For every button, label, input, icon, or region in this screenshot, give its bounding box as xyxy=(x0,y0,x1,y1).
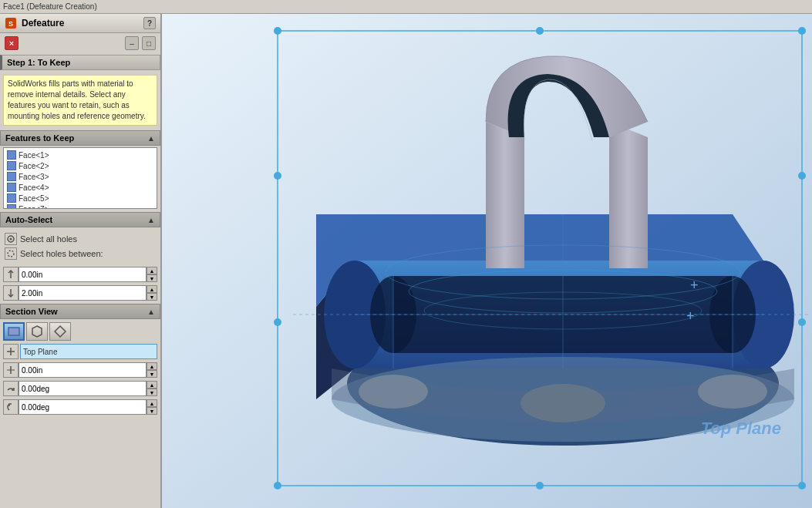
min-value-spinner: ▲ ▼ xyxy=(147,267,157,282)
features-list: Face<1> Face<2> Face<3> Face<4> Face<5> xyxy=(3,147,157,209)
section-view-header[interactable]: Section View ▲ xyxy=(0,304,160,319)
select-holes-between-icon[interactable] xyxy=(5,247,17,260)
svg-point-19 xyxy=(798,482,806,489)
section-offset-icon xyxy=(3,362,19,378)
rotation1-icon xyxy=(3,381,19,396)
sv-button-diamond[interactable] xyxy=(49,322,71,341)
rotation2-icon xyxy=(3,399,19,415)
svg-point-40 xyxy=(521,384,605,422)
svg-marker-9 xyxy=(55,326,66,337)
rotation2-row: ▲ ▼ xyxy=(3,399,157,415)
panel-header: S Defeature ? xyxy=(0,14,160,33)
features-to-keep-header[interactable]: Features to Keep ▲ xyxy=(0,130,160,146)
max-spin-up[interactable]: ▲ xyxy=(147,285,157,293)
svg-point-4 xyxy=(8,251,14,257)
panel-title: Defeature xyxy=(22,18,64,29)
holes-between-icon xyxy=(6,249,15,258)
min-spin-down[interactable]: ▼ xyxy=(147,274,157,282)
section-view-buttons xyxy=(3,322,157,341)
auto-select-collapse-icon: ▲ xyxy=(147,216,155,224)
info-box: SolidWorks fills parts with material to … xyxy=(3,75,157,126)
close-button[interactable]: × xyxy=(5,36,19,50)
svg-point-18 xyxy=(274,482,281,489)
section-offset-input[interactable] xyxy=(19,362,147,378)
svg-point-20 xyxy=(274,172,281,180)
section-offset-row: ▲ ▼ xyxy=(3,362,157,378)
toolbar: Face1 (Defeature Creation) xyxy=(0,0,812,14)
main-content: S Defeature ? × – □ Step 1: To Keep Soli… xyxy=(0,14,812,508)
section-offset-spinner: ▲ ▼ xyxy=(147,362,157,378)
list-item[interactable]: Face<2> xyxy=(5,160,155,171)
face-icon xyxy=(7,183,16,192)
svg-rect-7 xyxy=(8,328,19,335)
arrow-down-icon xyxy=(5,288,16,298)
list-item[interactable]: Face<5> xyxy=(5,193,155,204)
max-value-icon xyxy=(3,285,19,301)
svg-marker-8 xyxy=(32,326,42,337)
diamond-section-icon xyxy=(53,325,67,338)
min-spin-up[interactable]: ▲ xyxy=(147,267,157,274)
rot1-spin-up[interactable]: ▲ xyxy=(147,381,157,389)
max-value-spinner: ▲ ▼ xyxy=(147,285,157,301)
svg-point-22 xyxy=(536,27,544,35)
square-section-icon xyxy=(7,325,21,338)
offset-spin-down[interactable]: ▼ xyxy=(147,370,157,378)
list-item[interactable]: Face<3> xyxy=(5,171,155,182)
list-item[interactable]: Face<7> xyxy=(5,204,155,209)
svg-point-38 xyxy=(359,375,428,409)
auto-select-header[interactable]: Auto-Select ▲ xyxy=(0,212,160,227)
list-item[interactable]: Face<1> xyxy=(5,150,155,160)
plane-icon xyxy=(3,344,19,359)
face-icon xyxy=(7,193,16,203)
plane-input[interactable] xyxy=(20,344,157,359)
panel-title-group: S Defeature xyxy=(5,17,64,29)
select-holes-between-label: Select holes between: xyxy=(20,249,103,258)
section-view-collapse-icon: ▲ xyxy=(147,308,155,316)
step-label: Step 1: To Keep xyxy=(0,55,160,70)
arrow-up-icon xyxy=(5,269,16,280)
toolbar-text: Face1 (Defeature Creation) xyxy=(3,2,97,11)
min-input-row: ▲ ▼ xyxy=(3,267,157,282)
plane-selector-row xyxy=(3,344,157,359)
solidworks-icon: S xyxy=(5,17,17,29)
sv-button-hex[interactable] xyxy=(26,322,48,341)
min-value-input[interactable] xyxy=(19,267,147,282)
rotation1-spinner: ▲ ▼ xyxy=(147,381,157,396)
svg-point-39 xyxy=(698,375,767,409)
offset-icon xyxy=(5,365,16,375)
hex-section-icon xyxy=(30,325,44,338)
face-icon xyxy=(7,204,16,209)
sv-button-square[interactable] xyxy=(3,322,25,341)
minimize-button[interactable]: – xyxy=(125,36,139,50)
svg-point-23 xyxy=(536,482,544,489)
restore-button[interactable]: □ xyxy=(142,36,156,50)
rotation2-spinner: ▲ ▼ xyxy=(147,399,157,415)
3d-viewport[interactable]: + + xyxy=(162,14,812,508)
rotation1-input[interactable] xyxy=(19,381,147,396)
svg-point-21 xyxy=(274,318,281,326)
rotation2-icon-svg xyxy=(5,402,16,412)
face-icon xyxy=(7,150,16,160)
max-spin-down[interactable]: ▼ xyxy=(147,293,157,301)
rotation1-row: ▲ ▼ xyxy=(3,381,157,396)
max-value-input[interactable] xyxy=(19,285,147,301)
help-button[interactable]: ? xyxy=(143,17,156,29)
offset-spin-up[interactable]: ▲ xyxy=(147,362,157,370)
3d-scene-svg: + + xyxy=(162,14,812,508)
features-collapse-icon: ▲ xyxy=(147,134,155,143)
rot1-spin-down[interactable]: ▼ xyxy=(147,389,157,396)
rot2-spin-down[interactable]: ▼ xyxy=(147,407,157,415)
select-all-holes-icon[interactable] xyxy=(5,233,17,245)
list-item[interactable]: Face<4> xyxy=(5,182,155,193)
holes-icon xyxy=(6,234,15,244)
max-input-row: ▲ ▼ xyxy=(3,285,157,301)
rotation2-input[interactable] xyxy=(19,399,147,415)
select-holes-between-row: Select holes between: xyxy=(5,247,156,260)
face-icon xyxy=(7,161,16,170)
svg-text:+: + xyxy=(686,308,695,324)
plane-geometry-icon xyxy=(5,346,16,357)
select-all-holes-row: Select all holes xyxy=(5,233,156,245)
left-panel: S Defeature ? × – □ Step 1: To Keep Soli… xyxy=(0,14,162,508)
rot2-spin-up[interactable]: ▲ xyxy=(147,399,157,407)
rotation1-icon-svg xyxy=(5,383,16,394)
